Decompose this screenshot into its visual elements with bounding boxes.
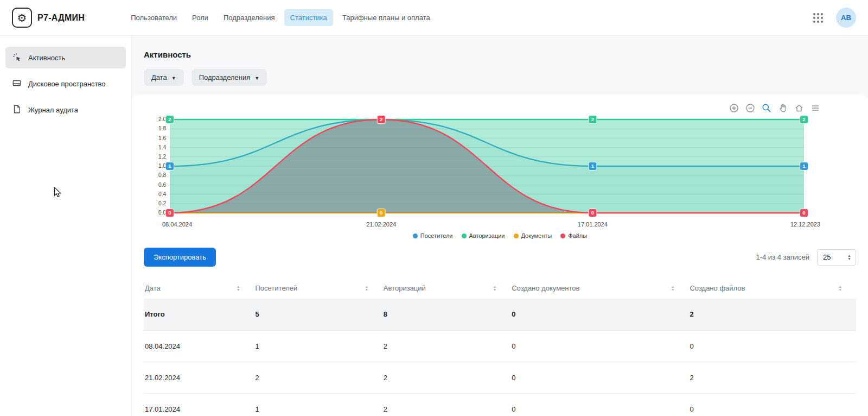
legend-label: Файлы [568,232,587,239]
filters: Дата▼Подразделения▼ [144,69,856,86]
legend-dot-icon [413,234,418,238]
activity-table: Дата▲▼Посетителей▲▼Авторизаций▲▼Создано … [144,278,856,416]
sidebar-item[interactable]: Журнал аудита [5,99,126,121]
table-cell: 2 [382,393,510,416]
svg-text:1.4: 1.4 [158,144,166,150]
column-label: Создано документов [512,284,579,292]
table-row: 08.04.20241200 [144,330,856,362]
svg-text:1: 1 [591,163,595,169]
table-cell: 2 [382,362,510,393]
sort-icon[interactable]: ▲▼ [839,285,842,291]
table-header-row: Дата▲▼Посетителей▲▼Авторизаций▲▼Создано … [144,278,856,299]
table-cell: 0 [688,330,856,362]
svg-text:0: 0 [591,210,594,216]
nav-item[interactable]: Тарифные планы и оплата [336,9,436,26]
app-logo: ⚙ Р7-АДМИН [12,8,85,28]
legend-label: Документы [521,232,552,239]
document-icon [12,104,22,116]
svg-text:0: 0 [802,210,805,216]
svg-text:0.8: 0.8 [158,172,166,178]
table-cell: 0 [510,299,688,330]
svg-text:0.4: 0.4 [158,191,166,197]
column-label: Создано файлов [690,284,745,292]
svg-text:0: 0 [168,210,171,216]
stepper-icon[interactable]: ▲▼ [847,254,851,261]
app-title: Р7-АДМИН [37,13,85,23]
table-cell: Итого [144,299,254,330]
export-button[interactable]: Экспортировать [144,248,216,267]
table-cell: 5 [254,299,382,330]
svg-text:2: 2 [380,116,382,122]
table-body: Итого580208.04.2024120021.02.2024220217.… [144,299,856,416]
sidebar-item[interactable]: Активность [5,47,126,68]
svg-text:1.6: 1.6 [158,135,166,141]
svg-text:2.0: 2.0 [158,116,166,122]
legend-item[interactable]: Файлы [560,232,587,239]
nav-item[interactable]: Статистика [284,9,333,26]
table-cell: 8 [382,299,510,330]
topbar: ⚙ Р7-АДМИН ПользователиРолиПодразделения… [0,0,868,36]
main-content: Активность Дата▼Подразделения▼ 0.00.20.4… [132,36,868,416]
legend-dot-icon [514,234,519,238]
table-cell: 1 [254,330,382,362]
column-header[interactable]: Посетителей▲▼ [254,278,382,299]
sort-icon[interactable]: ▲▼ [671,285,674,291]
nav-item[interactable]: Подразделения [218,9,281,26]
legend-label: Посетители [420,232,453,239]
filter-chip[interactable]: Подразделения▼ [192,69,267,86]
table-cell: 2 [688,299,856,330]
sidebar: АктивностьДисковое пространствоЖурнал ау… [0,36,132,416]
svg-text:0: 0 [380,210,382,216]
filter-label: Подразделения [199,73,251,81]
pan-icon[interactable] [778,103,788,113]
apps-grid-icon[interactable] [811,11,825,25]
legend-item[interactable]: Авторизации [462,232,505,239]
sort-icon[interactable]: ▲▼ [365,285,368,291]
content-panel: 0.00.20.40.60.81.01.21.41.61.82.008.04.2… [132,94,868,416]
activity-chart: 0.00.20.40.60.81.01.21.41.61.82.008.04.2… [144,114,856,231]
table-cell: 08.04.2024 [144,330,254,362]
sidebar-item[interactable]: Дисковое пространство [5,73,126,94]
table-cell: 2 [688,362,856,393]
column-header[interactable]: Создано документов▲▼ [510,278,688,299]
sidebar-item-label: Активность [28,54,65,62]
legend-item[interactable]: Посетители [413,232,453,239]
svg-text:0.0: 0.0 [158,210,166,216]
chevron-down-icon: ▼ [254,75,259,81]
page-size-value: 25 [823,253,831,261]
page-title: Активность [144,50,856,59]
sidebar-item-label: Дисковое пространство [28,80,106,88]
table-row: 21.02.20242202 [144,362,856,393]
nav-item[interactable]: Пользователи [125,9,183,26]
column-label: Посетителей [256,284,298,292]
chevron-down-icon: ▼ [171,75,176,81]
table-cell: 2 [254,362,382,393]
filter-chip[interactable]: Дата▼ [144,69,184,86]
avatar[interactable]: АВ [836,8,856,28]
sort-icon[interactable]: ▲▼ [493,285,496,291]
table-cell: 17.01.2024 [144,393,254,416]
topbar-right: АВ [811,8,856,28]
storage-icon [12,78,22,90]
column-label: Авторизаций [384,284,426,292]
zoom-in-icon[interactable] [729,103,739,113]
home-icon[interactable] [794,103,804,113]
nav-item[interactable]: Роли [186,9,214,26]
page-head: Активность Дата▼Подразделения▼ [132,36,868,86]
pager: 1-4 из 4 записей 25 ▲▼ [756,249,856,266]
zoom-out-icon[interactable] [745,103,755,113]
table-cell: 0 [510,393,688,416]
svg-text:21.02.2024: 21.02.2024 [366,221,396,228]
svg-text:08.04.2024: 08.04.2024 [162,221,192,228]
svg-text:2: 2 [591,116,594,122]
column-header[interactable]: Создано файлов▲▼ [688,278,856,299]
page-size-select[interactable]: 25 ▲▼ [817,249,856,266]
sort-icon[interactable]: ▲▼ [237,285,240,291]
zoom-select-icon[interactable] [762,103,771,113]
column-header[interactable]: Авторизаций▲▼ [382,278,510,299]
svg-text:12.12.2023: 12.12.2023 [790,221,820,228]
menu-icon[interactable] [810,103,820,113]
legend-item[interactable]: Документы [514,232,552,239]
column-header[interactable]: Дата▲▼ [144,278,254,299]
svg-text:0.6: 0.6 [158,182,166,188]
